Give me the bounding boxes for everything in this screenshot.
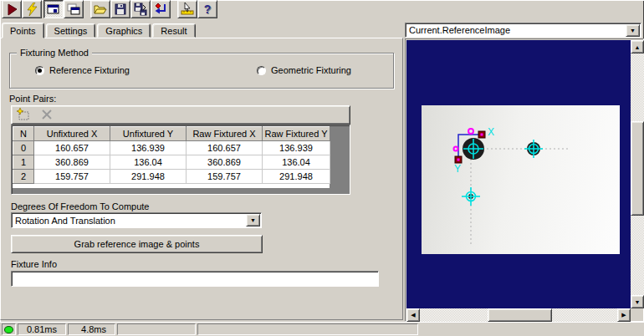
grid-cell[interactable]: 159.757 — [34, 170, 110, 184]
grid-cell[interactable]: 360.869 — [187, 155, 263, 170]
window-float-icon — [67, 3, 80, 16]
radio-geometric-fixturing[interactable]: Geometric Fixturing — [257, 65, 351, 75]
vertical-scroll-thumb[interactable] — [631, 121, 644, 216]
tab-label: Points — [10, 26, 36, 36]
row-header: 1 — [13, 155, 34, 170]
pointer-ruler-icon — [181, 3, 194, 16]
radio-label: Reference Fixturing — [49, 65, 130, 75]
point-pairs-grid[interactable]: N Unfixtured X Unfixtured Y Raw Fixtured… — [11, 125, 350, 195]
point-pairs-toolbar — [11, 105, 350, 125]
save-as-button[interactable] — [130, 0, 151, 18]
measure-tool-button[interactable] — [177, 0, 197, 18]
vertical-scrollbar[interactable]: ▲ ▼ — [631, 40, 644, 308]
point-pairs-label: Point Pairs: — [9, 94, 56, 104]
fixturing-method-label: Fixturing Method — [17, 48, 92, 58]
grid-cell[interactable]: 159.757 — [187, 170, 263, 184]
scroll-left-button[interactable]: ◀ — [406, 308, 420, 322]
spreadsheet-window-button[interactable] — [43, 0, 64, 18]
open-folder-icon — [94, 3, 107, 16]
open-button[interactable] — [90, 0, 110, 18]
chevron-down-icon[interactable]: ▼ — [626, 24, 640, 37]
row-header: 0 — [13, 141, 34, 155]
grid-cell[interactable]: 360.869 — [34, 155, 110, 170]
status-led-icon — [4, 326, 13, 333]
status-time-1: 0.81ms — [18, 323, 66, 335]
image-viewport[interactable]: X Y — [406, 40, 631, 308]
tab-label: Graphics — [105, 26, 142, 36]
trigger-button[interactable] — [22, 0, 42, 18]
radio-bullet-icon — [35, 66, 44, 75]
image-display-frame: X Y ▲ ▼ ◀ ▶ — [405, 38, 644, 322]
fixturing-method-group: Fixturing Method Reference Fixturing Geo… — [9, 53, 394, 89]
help-button[interactable]: ? — [197, 0, 217, 18]
import-arrow-icon — [154, 3, 167, 16]
arrow-right-icon: ▶ — [621, 312, 626, 318]
column-header: Unfixtured X — [34, 127, 110, 141]
grid-cell[interactable]: 291.948 — [263, 170, 330, 184]
arrow-down-icon: ▼ — [635, 299, 641, 305]
status-panel-empty — [197, 323, 418, 335]
grid-cell[interactable]: 136.04 — [110, 155, 187, 170]
new-point-pair-button[interactable] — [14, 108, 33, 123]
tab-points[interactable]: Points — [2, 23, 44, 38]
row-header: 2 — [13, 170, 34, 184]
new-item-icon — [16, 108, 31, 123]
window-grid-icon — [47, 3, 60, 16]
chevron-down-icon[interactable]: ▼ — [246, 214, 260, 227]
tab-settings[interactable]: Settings — [46, 23, 96, 38]
grab-reference-button[interactable]: Grab reference image & points — [11, 235, 263, 253]
scroll-up-button[interactable]: ▲ — [631, 40, 644, 53]
grid-cell[interactable]: 136.939 — [263, 141, 330, 155]
image-source-value: Current.ReferenceImage — [406, 25, 625, 35]
fixture-tool-dialog: ? Points Settings Graphics Result Fixtur… — [0, 0, 644, 336]
import-button[interactable] — [151, 0, 171, 18]
grid-cell[interactable]: 136.04 — [263, 155, 330, 170]
status-led-panel — [2, 323, 16, 335]
tab-bar: Points Settings Graphics Result — [2, 23, 197, 38]
column-header: Raw Fixtured Y — [263, 127, 330, 141]
delete-x-icon — [41, 109, 53, 121]
fixture-info-input[interactable] — [11, 271, 379, 287]
tab-label: Result — [161, 26, 187, 36]
grid-cell[interactable]: 160.657 — [187, 141, 263, 155]
save-button[interactable] — [110, 0, 130, 18]
run-button[interactable] — [2, 0, 22, 18]
grid-cell[interactable]: 136.939 — [110, 141, 187, 155]
float-window-button[interactable] — [64, 0, 84, 18]
radio-reference-fixturing[interactable]: Reference Fixturing — [35, 65, 130, 75]
tab-result[interactable]: Result — [152, 23, 195, 38]
column-header: N — [13, 127, 34, 141]
arrow-left-icon: ◀ — [411, 312, 415, 318]
grid-cell[interactable]: 160.657 — [34, 141, 110, 155]
horizontal-scroll-thumb[interactable] — [488, 308, 552, 322]
radio-bullet-icon — [257, 66, 266, 75]
column-header: Unfixtured Y — [110, 127, 187, 141]
image-source-combobox[interactable]: Current.ReferenceImage ▼ — [405, 23, 641, 38]
fixture-overlay-graphics: X Y — [406, 40, 631, 308]
grid-row: 0 160.657 136.939 160.657 136.939 — [13, 141, 330, 155]
axis-y-label: Y — [454, 163, 461, 175]
grid-row: 2 159.757 291.948 159.757 291.948 — [13, 170, 330, 184]
tab-graphics[interactable]: Graphics — [97, 23, 151, 38]
play-icon — [5, 3, 18, 16]
grid-cell[interactable]: 291.948 — [110, 170, 187, 184]
fixture-info-label: Fixture Info — [11, 259, 57, 269]
status-time-2: 4.8ms — [68, 323, 115, 335]
column-header: Raw Fixtured X — [187, 127, 263, 141]
horizontal-scrollbar[interactable]: ◀ ▶ — [406, 308, 631, 322]
points-tab-panel: Fixturing Method Reference Fixturing Geo… — [0, 38, 403, 320]
scroll-right-button[interactable]: ▶ — [617, 308, 631, 322]
grid-row: 1 360.869 136.04 360.869 136.04 — [13, 155, 330, 170]
main-toolbar: ? — [0, 0, 644, 22]
grid-header-row: N Unfixtured X Unfixtured Y Raw Fixtured… — [13, 127, 330, 141]
help-icon: ? — [204, 3, 212, 16]
save-floppy-icon — [114, 3, 127, 16]
dof-combobox[interactable]: Rotation And Translation ▼ — [11, 212, 262, 228]
grab-reference-button-label: Grab reference image & points — [74, 239, 200, 249]
radio-label: Geometric Fixturing — [271, 65, 351, 75]
scroll-down-button[interactable]: ▼ — [631, 295, 644, 308]
tab-label: Settings — [54, 26, 88, 36]
status-bar: 0.81ms 4.8ms — [0, 322, 644, 336]
save-as-icon — [134, 3, 147, 16]
delete-point-pair-button[interactable] — [38, 108, 56, 123]
